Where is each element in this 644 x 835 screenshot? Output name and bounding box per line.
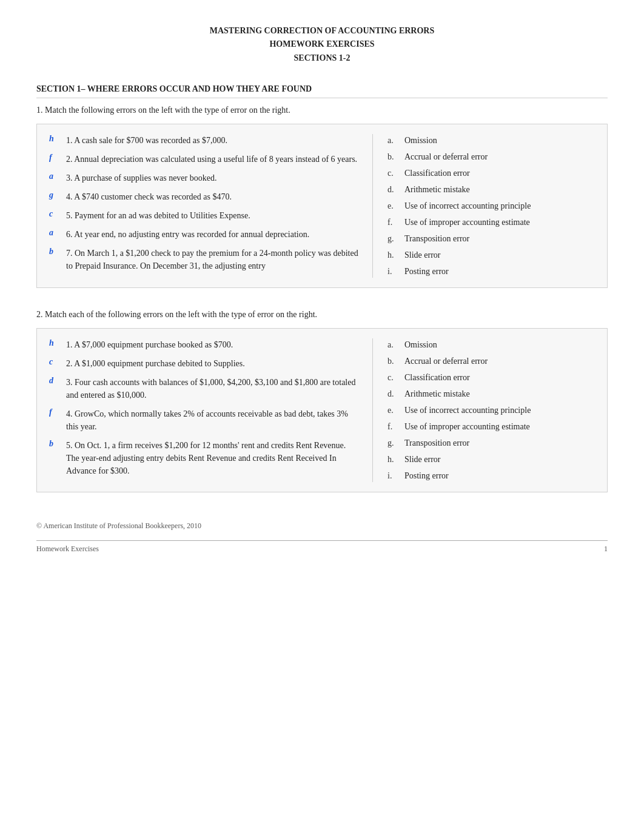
left-item-1-5: c5. Payment for an ad was debited to Uti… (49, 209, 360, 222)
right-item-1-5: e.Use of incorrect accounting principle (387, 200, 595, 212)
right-item-2-7: g.Transposition error (387, 437, 595, 449)
right-text-2-8: Slide error (404, 453, 440, 466)
right-letter-2-9: i. (387, 469, 400, 482)
right-letter-1-5: e. (387, 200, 400, 212)
answer-letter-1-4: g (49, 190, 59, 200)
answer-letter-1-3: a (49, 172, 59, 181)
right-letter-1-8: h. (387, 249, 400, 261)
left-item-2-1: h1. A $7,000 equipment purchase booked a… (49, 338, 360, 351)
question-number: 2. (36, 310, 43, 319)
left-item-1-6: a6. At year end, no adjusting entry was … (49, 228, 360, 241)
match-table-2: h1. A $7,000 equipment purchase booked a… (36, 328, 608, 492)
right-letter-2-2: b. (387, 355, 400, 367)
right-item-2-9: i.Posting error (387, 469, 595, 482)
right-letter-1-4: d. (387, 183, 400, 196)
right-item-2-3: c.Classification error (387, 371, 595, 384)
right-letter-2-6: f. (387, 420, 400, 433)
page-header: MASTERING CORRECTION OF ACCOUNTING ERROR… (36, 24, 608, 65)
right-item-2-4: d.Arithmetic mistake (387, 387, 595, 400)
answer-letter-1-2: f (49, 153, 59, 163)
item-text-1-7: 7. On March 1, a $1,200 check to pay the… (66, 247, 360, 272)
left-item-2-5: b5. On Oct. 1, a firm receives $1,200 fo… (49, 439, 360, 477)
left-item-2-2: c2. A $1,000 equipment purchase debited … (49, 357, 360, 370)
match-right-1: a.Omissionb.Accrual or deferral errorc.C… (372, 134, 595, 278)
left-item-1-4: g4. A $740 customer check was recorded a… (49, 190, 360, 203)
right-item-2-6: f.Use of improper accounting estimate (387, 420, 595, 433)
right-item-1-3: c.Classification error (387, 167, 595, 179)
question-2-text: 2. Match each of the following errors on… (36, 310, 608, 320)
right-text-2-5: Use of incorrect accounting principle (404, 404, 531, 417)
right-text-2-2: Accrual or deferral error (404, 355, 488, 367)
answer-letter-2-2: c (49, 357, 59, 367)
item-text-1-6: 6. At year end, no adjusting entry was r… (66, 228, 360, 241)
right-item-1-4: d.Arithmetic mistake (387, 183, 595, 196)
item-text-1-1: 1. A cash sale for $700 was recorded as … (66, 134, 360, 147)
item-text-1-4: 4. A $740 customer check was recorded as… (66, 190, 360, 203)
right-letter-2-5: e. (387, 404, 400, 417)
right-letter-1-6: f. (387, 216, 400, 229)
answer-letter-1-7: b (49, 247, 59, 257)
right-letter-1-1: a. (387, 134, 400, 147)
item-text-2-4: 4. GrowCo, which normally takes 2% of ac… (66, 407, 360, 433)
item-text-1-2: 2. Annual depreciation was calculated us… (66, 153, 360, 166)
left-item-1-7: b7. On March 1, a $1,200 check to pay th… (49, 247, 360, 272)
right-letter-1-7: g. (387, 232, 400, 245)
right-text-2-4: Arithmetic mistake (404, 387, 470, 400)
right-item-1-2: b.Accrual or deferral error (387, 150, 595, 163)
item-text-2-3: 3. Four cash accounts with balances of $… (66, 376, 360, 401)
answer-letter-1-5: c (49, 209, 59, 219)
right-text-1-7: Transposition error (404, 232, 469, 245)
answer-letter-1-1: h (49, 134, 59, 144)
right-item-2-2: b.Accrual or deferral error (387, 355, 595, 367)
right-letter-1-3: c. (387, 167, 400, 179)
right-text-1-6: Use of improper accounting estimate (404, 216, 530, 229)
right-letter-2-4: d. (387, 387, 400, 400)
right-item-1-1: a.Omission (387, 134, 595, 147)
right-text-2-1: Omission (404, 338, 437, 351)
footer-label: Homework Exercises (36, 545, 99, 554)
match-left-1: h1. A cash sale for $700 was recorded as… (49, 134, 360, 278)
right-text-1-1: Omission (404, 134, 437, 147)
answer-letter-2-5: b (49, 439, 59, 449)
right-letter-1-9: i. (387, 265, 400, 278)
header-line1: MASTERING CORRECTION OF ACCOUNTING ERROR… (36, 24, 608, 38)
left-item-1-1: h1. A cash sale for $700 was recorded as… (49, 134, 360, 147)
header-line2: HOMEWORK EXERCISES (36, 38, 608, 51)
footer-copyright: © American Institute of Professional Boo… (36, 521, 608, 531)
right-item-2-8: h.Slide error (387, 453, 595, 466)
right-text-1-9: Posting error (404, 265, 449, 278)
item-text-2-1: 1. A $7,000 equipment purchase booked as… (66, 338, 360, 351)
right-letter-1-2: b. (387, 150, 400, 163)
section-title: Section 1– WHERE ERRORS OCCUR AND HOW TH… (36, 84, 608, 98)
left-item-1-2: f2. Annual depreciation was calculated u… (49, 153, 360, 166)
match-right-2: a.Omissionb.Accrual or deferral errorc.C… (372, 338, 595, 482)
right-text-1-3: Classification error (404, 167, 470, 179)
item-text-1-3: 3. A purchase of supplies was never book… (66, 172, 360, 184)
right-letter-2-8: h. (387, 453, 400, 466)
question-1: 1. Match the following errors on the lef… (36, 106, 608, 288)
right-letter-2-3: c. (387, 371, 400, 384)
right-item-1-6: f.Use of improper accounting estimate (387, 216, 595, 229)
right-item-2-5: e.Use of incorrect accounting principle (387, 404, 595, 417)
header-line3: Sections 1-2 (36, 52, 608, 65)
right-text-2-7: Transposition error (404, 437, 469, 449)
right-text-1-8: Slide error (404, 249, 440, 261)
question-1-text: 1. Match the following errors on the lef… (36, 106, 608, 115)
right-item-1-8: h.Slide error (387, 249, 595, 261)
left-item-2-3: d3. Four cash accounts with balances of … (49, 376, 360, 401)
copyright-text: © American Institute of Professional Boo… (36, 521, 201, 530)
right-text-1-5: Use of incorrect accounting principle (404, 200, 531, 212)
footer-page: 1 (604, 545, 608, 554)
right-text-1-4: Arithmetic mistake (404, 183, 470, 196)
answer-letter-2-1: h (49, 338, 59, 348)
left-item-1-3: a3. A purchase of supplies was never boo… (49, 172, 360, 184)
right-item-1-9: i.Posting error (387, 265, 595, 278)
right-letter-2-1: a. (387, 338, 400, 351)
footer-bar: Homework Exercises 1 (36, 540, 608, 554)
item-text-2-2: 2. A $1,000 equipment purchase debited t… (66, 357, 360, 370)
item-text-1-5: 5. Payment for an ad was debited to Util… (66, 209, 360, 222)
right-item-1-7: g.Transposition error (387, 232, 595, 245)
right-text-2-3: Classification error (404, 371, 470, 384)
right-text-1-2: Accrual or deferral error (404, 150, 488, 163)
left-item-2-4: f4. GrowCo, which normally takes 2% of a… (49, 407, 360, 433)
